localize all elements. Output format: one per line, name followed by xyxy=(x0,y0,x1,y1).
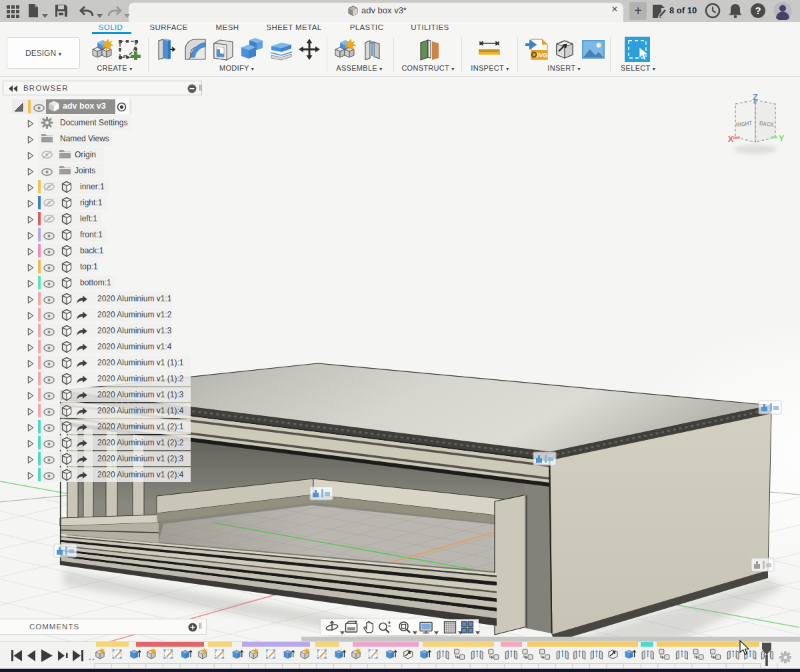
svg-text:Z: Z xyxy=(753,92,758,102)
svg-text:X: X xyxy=(728,134,734,144)
svg-text:SVG: SVG xyxy=(535,52,547,59)
svg-text:?: ? xyxy=(755,5,761,16)
svg-text:Y: Y xyxy=(779,133,785,143)
